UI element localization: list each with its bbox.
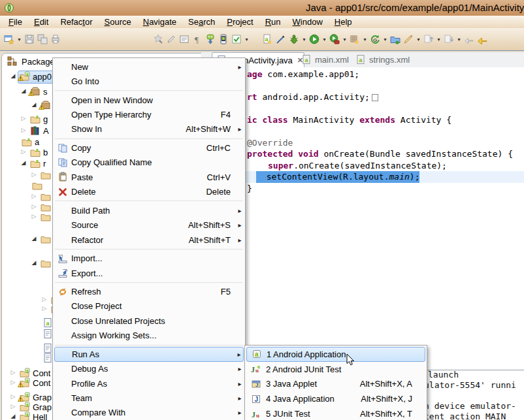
toolbar-button-open-folder[interactable] bbox=[389, 33, 402, 46]
menu-item-import[interactable]: Import... bbox=[54, 251, 244, 265]
svg-text:a: a bbox=[26, 412, 29, 417]
menu-item-go-into[interactable]: Go Into bbox=[54, 74, 244, 88]
toolbar-button-save[interactable] bbox=[23, 33, 36, 46]
toolbar-button-forward[interactable] bbox=[476, 33, 489, 46]
expand-arrow-icon[interactable]: ▷ bbox=[10, 369, 16, 376]
menu-item-source[interactable]: SourceAlt+Shift+S▸ bbox=[54, 218, 244, 232]
menu-item-delete[interactable]: DeleteDelete bbox=[54, 185, 244, 199]
toolbar-button-coverage[interactable] bbox=[348, 33, 361, 46]
menubar-item-file[interactable]: File bbox=[3, 16, 28, 28]
expand-arrow-icon[interactable]: ▷ bbox=[20, 115, 27, 121]
menubar-item-refactor[interactable]: Refactor bbox=[54, 16, 98, 28]
toolbar-button-pilcrow[interactable]: ¶ bbox=[191, 33, 204, 46]
dropdown-caret-icon[interactable]: ▾ bbox=[455, 37, 463, 42]
toolbar-button-task[interactable] bbox=[152, 33, 165, 46]
toolbar-button-pen[interactable] bbox=[274, 33, 287, 46]
menubar-item-window[interactable]: Window bbox=[287, 16, 329, 28]
package-explorer-tab[interactable]: Package bbox=[7, 56, 55, 67]
menu-item-close-project[interactable]: Close Project bbox=[54, 299, 244, 314]
toolbar-button-new-android-xml[interactable]: a bbox=[261, 33, 274, 46]
menu-item-export[interactable]: Export... bbox=[54, 266, 244, 280]
copy-qualified-icon bbox=[54, 157, 71, 168]
menu-item-copy[interactable]: CopyCtrl+C bbox=[54, 140, 244, 155]
menubar-item-source[interactable]: Source bbox=[99, 16, 137, 28]
menu-item-open-type-hierarchy[interactable]: Open Type HierarchyF4 bbox=[54, 107, 244, 121]
collapse-arrow-icon[interactable]: ◢ bbox=[20, 159, 27, 166]
collapse-arrow-icon[interactable]: ◢ bbox=[20, 88, 27, 94]
menu-item-debug-as[interactable]: Debug As▸ bbox=[54, 362, 244, 376]
collapse-arrow-icon[interactable]: ◢ bbox=[31, 259, 37, 266]
expand-arrow-icon[interactable]: ▷ bbox=[10, 379, 16, 385]
menubar-item-navigate[interactable]: Navigate bbox=[137, 16, 182, 28]
dropdown-caret-icon[interactable]: ▾ bbox=[341, 37, 348, 42]
menubar-item-search[interactable]: Search bbox=[182, 16, 221, 28]
menu-item-copy-qualified-name[interactable]: Copy Qualified Name bbox=[54, 155, 244, 170]
expand-arrow-icon[interactable]: ▷ bbox=[31, 203, 37, 210]
toolbar-button-prev-edit[interactable] bbox=[422, 33, 435, 46]
expand-arrow-icon[interactable]: ▷ bbox=[41, 305, 48, 312]
menu-item-show-in[interactable]: Show InAlt+Shift+W▸ bbox=[54, 122, 244, 137]
dropdown-caret-icon[interactable]: ▾ bbox=[435, 37, 442, 42]
editor-tab-main-xml[interactable]: amain.xml bbox=[297, 52, 357, 67]
menu-item-compare-with[interactable]: Compare With▸ bbox=[54, 406, 244, 420]
expand-arrow-icon[interactable]: ▷ bbox=[41, 296, 48, 302]
dropdown-caret-icon[interactable]: ▾ bbox=[301, 37, 308, 42]
toolbar-button-avd-manager[interactable] bbox=[217, 33, 230, 46]
dropdown-caret-icon[interactable]: ▾ bbox=[321, 37, 328, 42]
submenu-item-3-java-applet[interactable]: J3 Java AppletAlt+Shift+X, A bbox=[246, 377, 425, 392]
menu-item-run-as[interactable]: Run As▸ bbox=[54, 347, 244, 361]
menubar-item-help[interactable]: Help bbox=[329, 16, 358, 28]
menu-item-build-path[interactable]: Build Path▸ bbox=[54, 203, 244, 218]
toolbar-button-print[interactable] bbox=[49, 33, 62, 46]
submenu-item-2-android-junit-test[interactable]: Jua2 Android JUnit Test bbox=[246, 362, 425, 377]
collapse-arrow-icon[interactable]: ◢ bbox=[31, 101, 37, 108]
menu-item-new[interactable]: New▸ bbox=[54, 59, 244, 74]
submenu-item-1-android-application[interactable]: a1 Android Application bbox=[246, 347, 425, 362]
toolbar-button-run[interactable] bbox=[308, 33, 321, 46]
dropdown-caret-icon[interactable]: ▾ bbox=[16, 37, 23, 42]
code-token: ); bbox=[410, 172, 420, 182]
dropdown-caret-icon[interactable]: ▾ bbox=[361, 37, 368, 42]
dropdown-caret-icon[interactable]: ▾ bbox=[382, 37, 389, 42]
expand-arrow-icon[interactable]: ▷ bbox=[10, 403, 16, 410]
collapse-arrow-icon[interactable]: ◢ bbox=[10, 73, 16, 79]
menubar-item-run[interactable]: Run bbox=[259, 16, 287, 28]
toolbar-button-highlighter[interactable] bbox=[402, 33, 415, 46]
expand-arrow-icon[interactable]: ▷ bbox=[10, 393, 16, 400]
menu-item-assign-working-sets[interactable]: Assign Working Sets... bbox=[54, 329, 244, 343]
dropdown-caret-icon[interactable]: ▾ bbox=[415, 37, 422, 42]
expand-arrow-icon[interactable]: ▷ bbox=[31, 213, 37, 219]
toolbar-button-next-edit[interactable] bbox=[442, 33, 455, 46]
expand-arrow-icon[interactable]: ▷ bbox=[31, 171, 37, 178]
toolbar-button-textbox[interactable] bbox=[178, 33, 191, 46]
expand-arrow-icon[interactable]: ▷ bbox=[20, 148, 27, 155]
menu-item-close-unrelated-projects[interactable]: Close Unrelated Projects bbox=[54, 314, 244, 328]
menubar-item-edit[interactable]: Edit bbox=[28, 16, 54, 28]
menu-item-refresh[interactable]: RefreshF5 bbox=[54, 284, 244, 299]
toolbar-button-run-external[interactable] bbox=[328, 33, 341, 46]
menu-item-paste[interactable]: PasteCtrl+V bbox=[54, 170, 244, 184]
collapse-arrow-icon[interactable]: ◢ bbox=[10, 413, 16, 419]
toolbar-button-checkbox[interactable] bbox=[230, 33, 243, 46]
toolbar-button-sync[interactable]: G bbox=[368, 33, 382, 46]
dropdown-caret-icon[interactable]: ▾ bbox=[243, 37, 250, 42]
toolbar-button-back[interactable] bbox=[463, 33, 476, 46]
toolbar-button-pencil[interactable] bbox=[165, 33, 178, 46]
toolbar-button-new-wizard[interactable] bbox=[3, 33, 16, 46]
svg-text:a: a bbox=[36, 148, 39, 152]
folded-region-icon[interactable] bbox=[372, 94, 378, 101]
menu-item-team[interactable]: Team▸ bbox=[54, 391, 244, 405]
submenu-item-5-junit-test[interactable]: Ju5 JUnit TestAlt+Shift+X, T bbox=[246, 406, 425, 420]
expand-arrow-icon[interactable]: ▷ bbox=[20, 127, 27, 133]
toolbar-button-sdk-manager[interactable] bbox=[204, 33, 217, 46]
collapse-arrow-icon[interactable]: ◢ bbox=[31, 235, 37, 242]
menu-item-profile-as[interactable]: Profile As▸ bbox=[54, 376, 244, 391]
editor-tab-strings-xml[interactable]: astrings.xml bbox=[352, 52, 421, 67]
menu-item-refactor[interactable]: RefactorAlt+Shift+T▸ bbox=[54, 233, 244, 247]
toolbar-button-save-all[interactable] bbox=[36, 33, 49, 46]
submenu-item-4-java-application[interactable]: J4 Java ApplicationAlt+Shift+X, J bbox=[246, 391, 425, 406]
toolbar-button-debug[interactable] bbox=[287, 33, 301, 46]
expand-arrow-icon[interactable]: ▷ bbox=[31, 193, 37, 199]
menubar-item-project[interactable]: Project bbox=[221, 16, 259, 28]
menu-item-open-in-new-window[interactable]: Open in New Window bbox=[54, 93, 244, 107]
